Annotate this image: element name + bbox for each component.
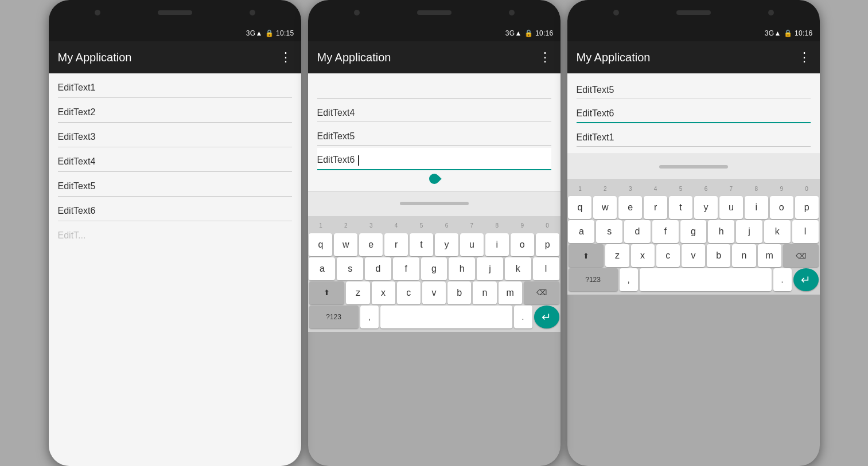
key-enter-3[interactable]: ↵	[793, 268, 819, 291]
suggestion-bar-3	[567, 154, 820, 179]
form-field-3-6[interactable]: EditText6	[577, 101, 811, 123]
key-p-2[interactable]: p	[536, 233, 559, 256]
key-123-3[interactable]: ?123	[569, 268, 618, 291]
key-row-2-3: ⬆ z x c v b n m ⌫	[309, 281, 559, 304]
key-p-3[interactable]: p	[795, 196, 819, 219]
suggestion-scroll-2	[400, 202, 469, 205]
key-g-3[interactable]: g	[680, 220, 707, 243]
key-h-3[interactable]: h	[708, 220, 734, 243]
key-s-2[interactable]: s	[337, 257, 363, 280]
key-f-3[interactable]: f	[652, 220, 679, 243]
key-m-2[interactable]: m	[499, 281, 522, 304]
key-x-3[interactable]: x	[631, 244, 655, 267]
key-o-2[interactable]: o	[511, 233, 534, 256]
field-label-1-1: EditText1	[58, 83, 96, 92]
key-w-3[interactable]: w	[593, 196, 617, 219]
key-k-3[interactable]: k	[764, 220, 791, 243]
key-space-2[interactable]	[380, 306, 512, 328]
more-button-1[interactable]: ⋮	[279, 50, 292, 65]
key-k-2[interactable]: k	[505, 257, 531, 280]
field-1-5[interactable]: EditText5	[58, 172, 292, 197]
key-b-2[interactable]: b	[447, 281, 471, 304]
keyboard-3[interactable]: 1 2 3 4 5 6 7 8 9 0 q w e r t	[567, 179, 820, 295]
key-i-2[interactable]: i	[485, 233, 509, 256]
field-1-4[interactable]: EditText4	[58, 147, 292, 172]
key-r-3[interactable]: r	[644, 196, 667, 219]
key-b-3[interactable]: b	[707, 244, 730, 267]
more-button-3[interactable]: ⋮	[798, 50, 811, 65]
key-delete-3[interactable]: ⌫	[783, 244, 819, 267]
more-button-2[interactable]: ⋮	[539, 50, 551, 65]
key-h-2[interactable]: h	[449, 257, 475, 280]
key-t-2[interactable]: t	[410, 233, 433, 256]
key-i-3[interactable]: i	[745, 196, 768, 219]
key-comma-3[interactable]: ,	[620, 268, 638, 291]
sensor-1	[250, 10, 255, 15]
key-s-3[interactable]: s	[596, 220, 622, 243]
key-e-3[interactable]: e	[618, 196, 642, 219]
key-u-3[interactable]: u	[719, 196, 743, 219]
key-shift-2[interactable]: ⬆	[309, 281, 345, 304]
field-1-6[interactable]: EditText6	[58, 197, 292, 221]
key-t-3[interactable]: t	[669, 196, 692, 219]
speaker-1	[158, 10, 192, 15]
sensor-3	[768, 10, 774, 15]
form-field-2-6[interactable]: EditText6	[317, 148, 551, 170]
key-m-3[interactable]: m	[758, 244, 781, 267]
key-row-3-1: q w e r t y u i o p	[569, 196, 819, 219]
key-z-3[interactable]: z	[605, 244, 629, 267]
key-space-3[interactable]	[640, 268, 772, 291]
key-a-2[interactable]: a	[309, 257, 335, 280]
key-q-2[interactable]: q	[309, 233, 332, 256]
key-n-3[interactable]: n	[732, 244, 756, 267]
key-x-2[interactable]: x	[372, 281, 395, 304]
key-123-2[interactable]: ?123	[309, 306, 359, 328]
key-a-3[interactable]: a	[568, 220, 594, 243]
key-g-2[interactable]: g	[421, 257, 447, 280]
key-shift-3[interactable]: ⬆	[569, 244, 604, 267]
phone-3: 3G▲ 🔒 10:16 My Application ⋮ EditText5 E…	[567, 0, 820, 466]
key-row-2-4: ?123 , . ↵	[309, 306, 559, 328]
key-d-3[interactable]: d	[624, 220, 651, 243]
key-period-3[interactable]: .	[773, 268, 792, 291]
camera-3	[613, 10, 619, 15]
key-comma-2[interactable]: ,	[360, 306, 379, 328]
key-n-2[interactable]: n	[473, 281, 496, 304]
keyboard-2[interactable]: 1 2 3 4 5 6 7 8 9 0 q w e r t	[308, 216, 560, 332]
app-bar-2: My Application ⋮	[308, 41, 560, 73]
key-z-2[interactable]: z	[346, 281, 369, 304]
key-v-3[interactable]: v	[682, 244, 705, 267]
time-3: 10:16	[795, 29, 813, 37]
key-enter-2[interactable]: ↵	[534, 306, 559, 328]
key-q-3[interactable]: q	[568, 196, 591, 219]
key-y-2[interactable]: y	[435, 233, 458, 256]
key-l-3[interactable]: l	[792, 220, 819, 243]
key-f-2[interactable]: f	[393, 257, 419, 280]
key-r-2[interactable]: r	[384, 233, 408, 256]
key-d-2[interactable]: d	[365, 257, 391, 280]
key-c-3[interactable]: c	[656, 244, 680, 267]
form-field-2-5[interactable]: EditText5	[317, 124, 551, 146]
form-field-2-4[interactable]: EditText4	[317, 101, 551, 122]
key-c-2[interactable]: c	[397, 281, 421, 304]
form-field-3-5[interactable]: EditText5	[577, 78, 811, 99]
key-w-2[interactable]: w	[334, 233, 357, 256]
field-1-3[interactable]: EditText3	[58, 123, 292, 147]
key-j-3[interactable]: j	[736, 220, 762, 243]
key-u-2[interactable]: u	[460, 233, 484, 256]
key-y-3[interactable]: y	[694, 196, 718, 219]
field-1-7[interactable]: EditT...	[58, 221, 292, 241]
field-1-2[interactable]: EditText2	[58, 98, 292, 123]
key-e-2[interactable]: e	[359, 233, 383, 256]
field-1-1[interactable]: EditText1	[58, 73, 292, 98]
key-o-3[interactable]: o	[770, 196, 793, 219]
hardware-bar-3	[567, 0, 820, 25]
form-field-3-1[interactable]: EditText1	[577, 126, 811, 147]
key-v-2[interactable]: v	[422, 281, 446, 304]
key-j-2[interactable]: j	[477, 257, 503, 280]
speaker-3	[676, 10, 711, 15]
key-period-2[interactable]: .	[514, 306, 532, 328]
key-l-2[interactable]: l	[533, 257, 559, 280]
form-field-2-empty[interactable]	[317, 78, 551, 99]
key-delete-2[interactable]: ⌫	[524, 281, 559, 304]
